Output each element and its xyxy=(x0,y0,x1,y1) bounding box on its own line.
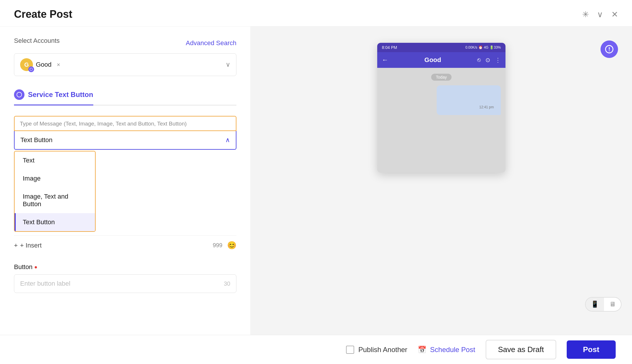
phone-target-icon[interactable]: ⊙ xyxy=(485,56,490,63)
collapse-icon[interactable]: ∨ xyxy=(597,10,603,19)
emoji-icon[interactable]: 😊 xyxy=(227,241,236,250)
required-indicator: ● xyxy=(34,264,38,270)
publish-another-container: Publish Another xyxy=(346,346,407,354)
avatar: G xyxy=(20,58,33,71)
insert-row: + + Insert 999 😊 xyxy=(14,235,236,255)
message-type-dropdown-list: Text Image Image, Text and Button Text B… xyxy=(14,151,96,232)
service-tab-label: Service Text Button xyxy=(28,91,93,99)
phone-stats: 0.00K/s xyxy=(466,45,477,50)
main-content: Select Accounts Advanced Search G Good ×… xyxy=(0,26,632,335)
dropdown-option-image[interactable]: Image xyxy=(15,169,95,188)
phone-more-icon[interactable]: ⋮ xyxy=(495,56,501,63)
publish-another-label: Publish Another xyxy=(358,346,407,354)
account-remove-button[interactable]: × xyxy=(57,61,60,68)
desktop-icon: 🖥 xyxy=(609,301,616,308)
button-label-text: Button xyxy=(14,263,33,271)
account-dropdown-arrow[interactable]: ∨ xyxy=(226,61,230,68)
message-type-title: Type of Message xyxy=(20,121,62,127)
chat-date-badge: Today xyxy=(431,74,451,81)
char-count: 999 xyxy=(213,242,222,249)
message-type-hint: (Text, Image, Image, Text and Button, Te… xyxy=(64,121,187,127)
calendar-icon: 📅 xyxy=(418,346,426,354)
phone-nav-icons: ⎋ ⊙ ⋮ xyxy=(477,56,501,63)
insert-label: + Insert xyxy=(20,242,42,249)
footer: Publish Another 📅 Schedule Post Save as … xyxy=(0,335,632,364)
view-toggle: 📱 🖥 xyxy=(585,297,622,312)
phone-status-icons: 0.00K/s ⏰ 4G 🔋33% xyxy=(466,45,501,50)
phone-mockup: 8:04 PM 0.00K/s ⏰ 4G 🔋33% ← Good ⎋ ⊙ ⋮ T… xyxy=(377,43,505,173)
close-icon[interactable]: ✕ xyxy=(611,10,618,19)
viber-tab-icon xyxy=(14,89,24,100)
account-select-box[interactable]: G Good × ∨ xyxy=(14,53,236,76)
desktop-view-button[interactable]: 🖥 xyxy=(604,298,621,311)
type-dropdown-arrow: ∧ xyxy=(225,136,230,144)
phone-network-icons: ⏰ 4G 🔋33% xyxy=(478,45,501,50)
chat-bubble-time: 12:41 pm xyxy=(444,105,494,109)
viber-badge-small xyxy=(28,66,34,72)
phone-status-bar: 8:04 PM 0.00K/s ⏰ 4G 🔋33% xyxy=(377,43,505,52)
mobile-icon: 📱 xyxy=(591,301,599,308)
button-section: Button ● Enter button label 30 xyxy=(14,263,236,293)
page-title: Create Post xyxy=(14,8,72,20)
service-text-button-tab[interactable]: Service Text Button xyxy=(14,85,93,105)
save-draft-button[interactable]: Save as Draft xyxy=(486,340,556,359)
chat-bubble: 12:41 pm xyxy=(437,85,501,115)
button-section-label: Button ● xyxy=(14,263,236,271)
insert-button[interactable]: + + Insert xyxy=(14,242,42,249)
phone-chat-title: Good xyxy=(424,56,441,64)
right-panel: 8:04 PM 0.00K/s ⏰ 4G 🔋33% ← Good ⎋ ⊙ ⋮ T… xyxy=(251,26,632,335)
button-input-placeholder: Enter button label xyxy=(20,280,70,287)
pin-icon[interactable]: ✳ xyxy=(582,10,589,19)
schedule-post-button[interactable]: 📅 Schedule Post xyxy=(418,346,475,354)
account-name: Good xyxy=(36,61,52,68)
header: Create Post ✳ ∨ ✕ xyxy=(0,0,632,26)
publish-another-checkbox[interactable] xyxy=(346,346,354,354)
phone-time: 8:04 PM xyxy=(382,45,397,50)
chat-bubble-content xyxy=(444,91,494,103)
dropdown-option-text[interactable]: Text xyxy=(15,151,95,169)
accounts-header: Select Accounts Advanced Search xyxy=(14,37,236,49)
dropdown-option-image-text-button[interactable]: Image, Text and Button xyxy=(15,188,95,213)
advanced-search-link[interactable]: Advanced Search xyxy=(186,39,236,47)
phone-back-icon[interactable]: ← xyxy=(382,56,388,64)
button-char-count: 30 xyxy=(224,280,230,287)
select-accounts-label: Select Accounts xyxy=(14,37,60,45)
message-type-label: Type of Message (Text, Image, Image, Tex… xyxy=(14,116,236,131)
header-actions: ✳ ∨ ✕ xyxy=(582,10,618,19)
schedule-post-label: Schedule Post xyxy=(430,346,475,354)
mobile-view-button[interactable]: 📱 xyxy=(586,298,604,311)
post-button[interactable]: Post xyxy=(567,340,616,359)
viber-icon-top xyxy=(601,40,618,58)
phone-chat-area: Today 12:41 pm xyxy=(377,68,505,173)
service-tab-area: Service Text Button xyxy=(14,85,236,105)
button-label-input-wrapper[interactable]: Enter button label 30 xyxy=(14,274,236,293)
message-type-dropdown[interactable]: Text Button ∧ xyxy=(14,131,236,150)
dropdown-option-text-button[interactable]: Text Button xyxy=(15,213,95,231)
avatar-letter: G xyxy=(24,61,29,68)
left-panel: Select Accounts Advanced Search G Good ×… xyxy=(0,26,251,335)
phone-share-icon[interactable]: ⎋ xyxy=(477,56,481,63)
insert-right: 999 😊 xyxy=(213,241,236,250)
phone-nav-bar: ← Good ⎋ ⊙ ⋮ xyxy=(377,52,505,68)
selected-type: Text Button xyxy=(20,136,52,144)
insert-icon: + xyxy=(14,242,18,249)
account-tag: G Good × xyxy=(20,58,60,71)
message-type-section: Type of Message (Text, Image, Image, Tex… xyxy=(14,116,236,232)
